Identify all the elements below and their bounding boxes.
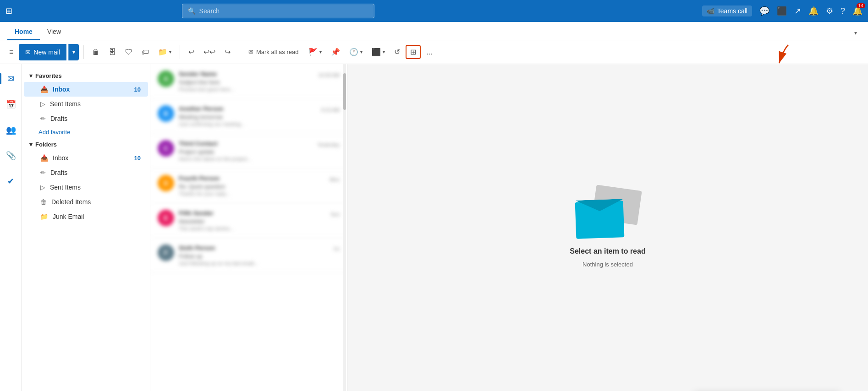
msg-preview: Thanks for your reply... xyxy=(179,191,340,196)
trash-icon: 🗑 xyxy=(40,198,47,206)
delete-button[interactable]: 🗑 xyxy=(88,45,103,59)
tag-button[interactable]: 🏷 xyxy=(138,45,153,59)
move-button[interactable]: 📁 ▾ xyxy=(154,45,175,59)
inbox-folder-count: 10 xyxy=(134,155,141,162)
sidebar-item-inbox-folder[interactable]: 📥 Inbox 10 xyxy=(24,151,148,165)
search-box[interactable]: 🔍 Search xyxy=(182,4,374,18)
add-favorite-link[interactable]: Add favorite xyxy=(22,126,150,138)
sidebar-item-drafts-favorite[interactable]: ✏ Drafts xyxy=(24,111,148,126)
help-icon[interactable]: ? xyxy=(841,6,845,16)
forward-button[interactable]: ↪ xyxy=(221,45,234,59)
pin-button[interactable]: 📌 xyxy=(327,45,344,59)
toolbar-separator-2 xyxy=(180,45,180,59)
message-item[interactable]: E Fifth Sender Sun Newsletter This week'… xyxy=(150,203,347,238)
categorize-button[interactable]: ⬛ ▾ xyxy=(368,45,389,59)
teams-call-label: Teams call xyxy=(717,7,747,15)
msg-time: Sun xyxy=(330,212,340,217)
sent-icon: ▷ xyxy=(40,100,45,108)
add-favorite-label: Add favorite xyxy=(38,129,70,136)
notification-badge[interactable]: 🔔 14 xyxy=(852,6,863,16)
inbox-folder-icon: 📥 xyxy=(40,154,48,162)
favorites-section-header[interactable]: ▾ Favorites xyxy=(22,70,150,82)
nav-calendar[interactable]: 📅 xyxy=(2,95,20,114)
message-item[interactable]: D Fourth Person Mon Re: Quick question T… xyxy=(150,168,347,203)
nav-mail[interactable]: ✉ xyxy=(2,70,20,88)
chat-icon[interactable]: 💬 xyxy=(759,6,769,16)
sidebar: ▾ Favorites 📥 Inbox 10 ▷ Sent Items ✏ Dr… xyxy=(22,64,150,391)
msg-subject: Newsletter xyxy=(179,218,340,225)
sidebar-item-sent-folder[interactable]: ▷ Sent Items xyxy=(24,180,148,195)
undo2-icon: ↺ xyxy=(394,48,400,56)
report-button[interactable]: 🛡 xyxy=(121,45,136,59)
message-item[interactable]: C Third Contact Yesterday Project update… xyxy=(150,134,347,168)
msg-time: Fri xyxy=(334,246,340,252)
inbox-folder-label: Inbox xyxy=(53,154,68,162)
drafts-favorite-label: Drafts xyxy=(50,115,67,122)
nav-todo[interactable]: ✔ xyxy=(2,172,20,190)
inbox-icon: 📥 xyxy=(40,86,48,93)
msg-subject: Meeting tomorrow xyxy=(179,114,340,120)
nav-people[interactable]: 👥 xyxy=(2,121,20,139)
tag-icon: 🏷 xyxy=(142,48,149,56)
message-list: A Sender Name 10:30 AM Subject line here… xyxy=(150,64,347,391)
undo-button[interactable]: ↩ xyxy=(185,45,198,59)
drafts-icon: ✏ xyxy=(40,115,46,122)
top-bar: ⊞ 🔍 Search 📹 Teams call 💬 ⬛ ↗ 🔔 ⚙ ? 🔔 14 xyxy=(0,0,868,22)
msg-subject: Follow up xyxy=(179,253,340,260)
archive-button[interactable]: 🗄 xyxy=(105,45,120,59)
message-item[interactable]: F Sixth Person Fri Follow up Just follow… xyxy=(150,238,347,273)
msg-preview: Just confirming our meeting... xyxy=(179,121,340,127)
scrollbar-track[interactable] xyxy=(343,64,346,391)
mark-all-read-button[interactable]: ✉ Mark all as read xyxy=(244,46,303,58)
office-apps-icon[interactable]: ⬛ xyxy=(777,6,787,16)
msg-subject: Project update xyxy=(179,149,340,155)
add-ins-button[interactable]: ⊞ xyxy=(406,45,421,59)
tab-home[interactable]: Home xyxy=(7,24,40,40)
share-icon[interactable]: ↗ xyxy=(794,6,801,16)
sidebar-item-sent-favorite[interactable]: ▷ Sent Items xyxy=(24,97,148,111)
flag-icon: 🚩 xyxy=(308,48,318,56)
junk-folder-label: Junk Email xyxy=(53,213,84,220)
pin-icon: 📌 xyxy=(331,48,340,56)
avatar: F xyxy=(158,244,174,261)
snooze-button[interactable]: 🕐 ▾ xyxy=(346,45,366,59)
inbox-favorite-label: Inbox xyxy=(53,86,70,93)
search-icon: 🔍 xyxy=(188,7,196,15)
reply-all-button[interactable]: ↩↩ xyxy=(200,45,219,59)
forward-icon: ↪ xyxy=(225,48,231,56)
settings-icon[interactable]: ⚙ xyxy=(826,6,833,16)
msg-sender: Third Contact xyxy=(179,140,218,147)
msg-preview: This week's top stories... xyxy=(179,226,340,231)
add-ins-icon: ⊞ xyxy=(410,48,416,56)
flag-button[interactable]: 🚩 ▾ xyxy=(305,45,325,59)
reply-all-icon: ↩↩ xyxy=(203,48,215,56)
msg-preview: Preview text goes here... xyxy=(179,87,340,92)
waffle-icon[interactable]: ⊞ xyxy=(5,6,12,16)
message-item[interactable]: A Sender Name 10:30 AM Subject line here… xyxy=(150,64,347,99)
bell-icon[interactable]: 🔔 xyxy=(808,6,819,16)
msg-time: Yesterday xyxy=(317,142,340,147)
icon-bar: ✉ 📅 👥 📎 ✔ xyxy=(0,64,22,391)
folder-icon: 📁 xyxy=(158,48,167,56)
new-mail-dropdown-button[interactable]: ▾ xyxy=(68,44,79,60)
teams-call-button[interactable]: 📹 Teams call xyxy=(702,5,752,16)
nav-tasks[interactable]: 📎 xyxy=(2,147,20,165)
sidebar-item-junk-folder[interactable]: 📁 Junk Email xyxy=(24,209,148,224)
message-item[interactable]: B Another Person 9:15 AM Meeting tomorro… xyxy=(150,99,347,134)
folders-section-header[interactable]: ▾ Folders xyxy=(22,138,150,151)
sidebar-item-deleted-folder[interactable]: 🗑 Deleted Items xyxy=(24,195,148,209)
ribbon-expand-icon[interactable]: ▾ xyxy=(851,26,861,40)
sidebar-item-inbox-favorite[interactable]: 📥 Inbox 10 xyxy=(24,82,148,97)
undo2-button[interactable]: ↺ xyxy=(390,45,404,59)
folders-chevron-icon: ▾ xyxy=(29,141,33,148)
new-mail-button[interactable]: ✉ New mail xyxy=(19,44,66,60)
tab-view[interactable]: View xyxy=(40,24,68,40)
more-options-button[interactable]: ... xyxy=(423,45,436,59)
scrollbar-thumb[interactable] xyxy=(343,73,346,110)
msg-preview: Just following up on my last email... xyxy=(179,261,340,266)
msg-preview: Here's the latest on the project... xyxy=(179,156,340,162)
notification-count: 14 xyxy=(857,3,865,8)
sidebar-item-drafts-folder[interactable]: ✏ Drafts xyxy=(24,165,148,180)
toolbar-menu-button[interactable]: ≡ xyxy=(5,45,17,59)
chevron-down-icon: ▾ xyxy=(169,49,171,54)
